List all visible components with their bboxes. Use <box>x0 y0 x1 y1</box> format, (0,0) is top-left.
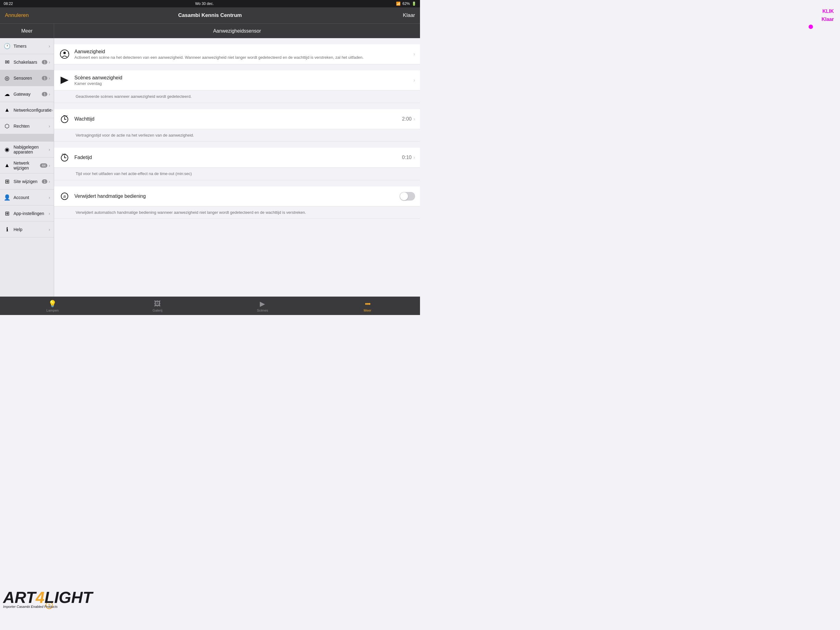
chevron-icon: › <box>49 227 50 232</box>
fade-icon <box>59 152 70 163</box>
wachttijd-content: Wachttijd <box>74 116 402 122</box>
separator <box>54 64 420 70</box>
shield-icon: ⬡ <box>4 123 11 130</box>
sidebar-item-rechten[interactable]: ⬡ Rechten › <box>0 118 54 134</box>
sidebar-label-rechten: Rechten <box>14 123 49 128</box>
separator <box>54 180 420 187</box>
tab-galerij[interactable]: 🖼 Galerij <box>105 297 210 315</box>
handmatig-content: Verwijdert handmatige bediening <box>74 193 400 199</box>
sidebar-item-gateway[interactable]: ☁ Gateway 1 › <box>0 86 54 102</box>
scene-icon <box>59 75 70 86</box>
sidebar-label-timers: Timers <box>14 44 49 49</box>
sidebar-label-schakelaars: Schakelaars <box>14 60 42 65</box>
timer-icon <box>59 114 70 125</box>
fadetijd-chevron: › <box>414 155 415 160</box>
aanwezigheid-title: Aanwezigheid <box>74 49 414 54</box>
sidebar-label-nabijgelegen: Nabijgelegen apparaten <box>14 144 49 154</box>
sidebar-item-app-instellingen[interactable]: ⊞ App-instellingen › <box>0 206 54 222</box>
separator <box>54 141 420 148</box>
svg-marker-2 <box>61 77 69 84</box>
sidebar-item-timers[interactable]: 🕐 Timers › <box>0 38 54 54</box>
fadetijd-value: 0:10 <box>402 155 412 160</box>
battery-icon: 🔋 <box>412 2 416 6</box>
sidebar-item-schakelaars[interactable]: ✉ Schakelaars 1 › <box>0 54 54 70</box>
switch-icon: ✉ <box>4 59 11 65</box>
scenes-chevron: › <box>414 78 415 83</box>
badge-sensoren: 1 <box>42 76 47 80</box>
tab-scenes[interactable]: ▶ Scènes <box>210 297 315 315</box>
sidebar-label-sensoren: Sensoren <box>14 76 42 81</box>
sidebar-item-site-wijzigen[interactable]: ⊞ Site wijzigen 1 › <box>0 174 54 190</box>
sidebar-item-account[interactable]: 👤 Account › <box>0 190 54 206</box>
chevron-icon: › <box>49 163 50 168</box>
sidebar-label-gateway: Gateway <box>14 92 42 97</box>
chevron-icon: › <box>49 147 50 152</box>
manual-icon: a <box>59 191 70 202</box>
separator <box>54 103 420 109</box>
nearby-icon: ◉ <box>4 146 11 153</box>
status-right: 📶 62% 🔋 <box>396 2 416 6</box>
cancel-button[interactable]: Annuleren <box>0 12 29 19</box>
sidebar-item-netwerkconfiguratie[interactable]: ▲ Netwerkconfiguratie › <box>0 102 54 118</box>
chevron-icon: › <box>49 60 50 65</box>
handmatig-description: Verwijdert automatisch handmatige bedien… <box>76 210 306 215</box>
handmatig-title: Verwijdert handmatige bediening <box>74 193 400 199</box>
handmatig-toggle[interactable] <box>400 192 415 201</box>
settings-icon: ⊞ <box>4 210 11 217</box>
done-button[interactable]: Klaar <box>403 12 420 19</box>
sub-nav-bar: Meer Aanwezigheidssensor <box>0 24 420 38</box>
wachttijd-description: Vertragingstijd voor de actie na het ver… <box>76 133 194 138</box>
status-bar: 08:22 Wo 30 dec. 📶 62% 🔋 <box>0 0 420 7</box>
wachttijd-row[interactable]: Wachttijd 2:00 › <box>54 109 420 129</box>
sidebar-label-netwerkconfiguratie: Netwerkconfiguratie <box>14 108 52 112</box>
chevron-icon: › <box>52 108 53 112</box>
sidebar-item-help[interactable]: ℹ Help › <box>0 222 54 237</box>
tab-bar: 💡 Lampen 🖼 Galerij ▶ Scènes ••• Meer <box>0 296 420 315</box>
aanwezigheid-subtitle: Activeert een scène na het detecteren va… <box>74 55 414 60</box>
chevron-icon: › <box>49 195 50 200</box>
chevron-icon: › <box>49 76 50 81</box>
sidebar-item-netwerk-wijzigen[interactable]: ▲ Netwerk wijzigen 44 › <box>0 157 54 174</box>
scenes-content: Scènes aanwezigheid Kamer overdag <box>74 75 414 86</box>
nav-bar: Annuleren Casambi Kennis Centrum Klaar <box>0 7 420 24</box>
tab-lampen[interactable]: 💡 Lampen <box>0 297 105 315</box>
fadetijd-row[interactable]: Fadetijd 0:10 › <box>54 148 420 168</box>
scenes-description-row: Geactiveerde scènes wanneer aanwezigheid… <box>54 90 420 103</box>
tab-label-galerij: Galerij <box>153 309 163 312</box>
scenes-description: Geactiveerde scènes wanneer aanwezigheid… <box>76 94 191 99</box>
sidebar-label-site-wijzigen: Site wijzigen <box>14 179 42 184</box>
clock-icon: 🕐 <box>4 43 11 49</box>
sidebar-label-help: Help <box>14 227 49 232</box>
aanwezigheid-chevron: › <box>414 51 415 57</box>
detail-panel: Aanwezigheid Activeert een scène na het … <box>54 38 420 296</box>
handmatig-row: a Verwijdert handmatige bediening <box>54 187 420 206</box>
scenes-row[interactable]: Scènes aanwezigheid Kamer overdag › <box>54 70 420 90</box>
tab-meer[interactable]: ••• Meer <box>315 297 420 315</box>
sidebar-label-netwerk-wijzigen: Netwerk wijzigen <box>14 161 40 171</box>
wifi-icon: 📶 <box>396 2 401 6</box>
badge-gateway: 1 <box>42 92 47 96</box>
badge-site: 1 <box>42 179 47 184</box>
fadetijd-description-row: Tijd voor het uitfaden van het actie-eff… <box>54 168 420 180</box>
sidebar: 🕐 Timers › ✉ Schakelaars 1 › ◎ Sensoren … <box>0 38 54 296</box>
account-icon: 👤 <box>4 194 11 201</box>
wachttijd-title: Wachttijd <box>74 116 402 122</box>
sidebar-divider <box>0 134 54 141</box>
status-day: Wo 30 dec. <box>195 2 214 6</box>
sub-nav-meer: Meer <box>0 24 54 38</box>
aanwezigheid-row[interactable]: Aanwezigheid Activeert een scène na het … <box>54 44 420 64</box>
toggle-knob <box>400 192 408 200</box>
tab-label-lampen: Lampen <box>46 309 59 312</box>
sidebar-item-sensoren[interactable]: ◎ Sensoren 1 › <box>0 70 54 86</box>
badge-netwerk: 44 <box>40 163 47 168</box>
scenes-subtitle: Kamer overdag <box>74 81 414 86</box>
chevron-icon: › <box>49 92 50 97</box>
sidebar-item-nabijgelegen[interactable]: ◉ Nabijgelegen apparaten › <box>0 141 54 157</box>
handmatig-description-row: Verwijdert automatisch handmatige bedien… <box>54 206 420 219</box>
fadetijd-title: Fadetijd <box>74 155 402 160</box>
chevron-icon: › <box>49 123 50 128</box>
sensor-icon: ◎ <box>4 75 11 82</box>
nav-title: Casambi Kennis Centrum <box>178 12 242 19</box>
network2-icon: ▲ <box>4 162 11 169</box>
sidebar-label-app-instellingen: App-instellingen <box>14 211 49 216</box>
